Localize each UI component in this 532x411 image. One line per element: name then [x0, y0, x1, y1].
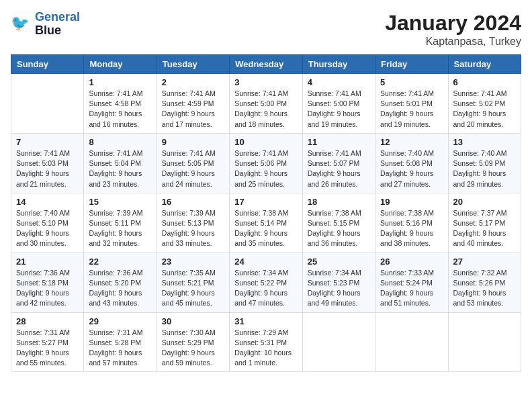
calendar-cell: 17Sunrise: 7:38 AM Sunset: 5:14 PM Dayli…: [230, 193, 302, 253]
page-title: January 2024: [385, 11, 521, 36]
day-info: Sunrise: 7:37 AM Sunset: 5:17 PM Dayligh…: [453, 208, 516, 249]
day-info: Sunrise: 7:38 AM Sunset: 5:16 PM Dayligh…: [380, 208, 443, 249]
day-info: Sunrise: 7:35 AM Sunset: 5:21 PM Dayligh…: [162, 268, 224, 309]
day-number: 5: [380, 77, 443, 87]
day-info: Sunrise: 7:39 AM Sunset: 5:13 PM Dayligh…: [162, 208, 224, 249]
day-info: Sunrise: 7:41 AM Sunset: 5:01 PM Dayligh…: [380, 89, 443, 130]
page-subtitle: Kaptanpasa, Turkey: [385, 36, 521, 48]
day-number: 18: [308, 197, 370, 207]
calendar-cell: 26Sunrise: 7:33 AM Sunset: 5:24 PM Dayli…: [375, 253, 448, 312]
calendar-cell: 5Sunrise: 7:41 AM Sunset: 5:01 PM Daylig…: [375, 74, 448, 134]
day-number: 27: [453, 257, 516, 267]
day-number: 31: [234, 316, 297, 326]
calendar-cell: 12Sunrise: 7:40 AM Sunset: 5:08 PM Dayli…: [375, 133, 448, 193]
day-number: 1: [89, 77, 151, 87]
day-number: 11: [308, 137, 370, 147]
day-number: 17: [234, 197, 297, 207]
day-info: Sunrise: 7:41 AM Sunset: 5:05 PM Dayligh…: [162, 148, 224, 189]
calendar-cell: 2Sunrise: 7:41 AM Sunset: 4:59 PM Daylig…: [157, 74, 229, 134]
calendar-cell: 25Sunrise: 7:34 AM Sunset: 5:23 PM Dayli…: [302, 253, 375, 312]
calendar-cell: 29Sunrise: 7:31 AM Sunset: 5:28 PM Dayli…: [84, 312, 157, 372]
calendar-cell: 31Sunrise: 7:29 AM Sunset: 5:31 PM Dayli…: [230, 312, 302, 372]
day-info: Sunrise: 7:41 AM Sunset: 5:02 PM Dayligh…: [453, 89, 516, 130]
calendar-week-row: 21Sunrise: 7:36 AM Sunset: 5:18 PM Dayli…: [11, 253, 521, 312]
day-info: Sunrise: 7:29 AM Sunset: 5:31 PM Dayligh…: [234, 328, 297, 369]
day-info: Sunrise: 7:41 AM Sunset: 5:07 PM Dayligh…: [308, 148, 370, 189]
calendar-cell: 3Sunrise: 7:41 AM Sunset: 5:00 PM Daylig…: [230, 74, 302, 134]
calendar-cell: 16Sunrise: 7:39 AM Sunset: 5:13 PM Dayli…: [157, 193, 229, 253]
calendar-day-header: Thursday: [302, 55, 375, 74]
day-number: 20: [453, 197, 516, 207]
logo-text: General Blue: [35, 11, 80, 38]
day-info: Sunrise: 7:30 AM Sunset: 5:29 PM Dayligh…: [162, 328, 224, 369]
calendar-cell: 8Sunrise: 7:41 AM Sunset: 5:04 PM Daylig…: [84, 133, 157, 193]
calendar-cell: 4Sunrise: 7:41 AM Sunset: 5:00 PM Daylig…: [302, 74, 375, 134]
day-number: 19: [380, 197, 443, 207]
title-block: January 2024 Kaptanpasa, Turkey: [385, 11, 521, 48]
logo: 🐦 General Blue: [11, 11, 80, 38]
calendar-cell: 7Sunrise: 7:41 AM Sunset: 5:03 PM Daylig…: [11, 133, 84, 193]
calendar-cell: 1Sunrise: 7:41 AM Sunset: 4:58 PM Daylig…: [84, 74, 157, 134]
calendar-header-row: SundayMondayTuesdayWednesdayThursdayFrid…: [11, 55, 521, 74]
day-number: 6: [453, 77, 516, 87]
day-number: 16: [162, 197, 224, 207]
day-info: Sunrise: 7:41 AM Sunset: 4:59 PM Dayligh…: [162, 89, 224, 130]
day-number: 26: [380, 257, 443, 267]
calendar-cell: [375, 312, 448, 372]
day-info: Sunrise: 7:41 AM Sunset: 5:00 PM Dayligh…: [234, 89, 297, 130]
day-number: 22: [89, 257, 151, 267]
calendar-week-row: 14Sunrise: 7:40 AM Sunset: 5:10 PM Dayli…: [11, 193, 521, 253]
day-info: Sunrise: 7:40 AM Sunset: 5:08 PM Dayligh…: [380, 148, 443, 189]
calendar-cell: 22Sunrise: 7:36 AM Sunset: 5:20 PM Dayli…: [84, 253, 157, 312]
calendar-cell: 14Sunrise: 7:40 AM Sunset: 5:10 PM Dayli…: [11, 193, 84, 253]
day-info: Sunrise: 7:41 AM Sunset: 5:06 PM Dayligh…: [234, 148, 297, 189]
calendar-day-header: Wednesday: [230, 55, 302, 74]
calendar-day-header: Friday: [375, 55, 448, 74]
calendar-cell: 30Sunrise: 7:30 AM Sunset: 5:29 PM Dayli…: [157, 312, 229, 372]
day-number: 12: [380, 137, 443, 147]
calendar-cell: 28Sunrise: 7:31 AM Sunset: 5:27 PM Dayli…: [11, 312, 84, 372]
day-info: Sunrise: 7:31 AM Sunset: 5:28 PM Dayligh…: [89, 328, 151, 369]
day-info: Sunrise: 7:34 AM Sunset: 5:23 PM Dayligh…: [308, 268, 370, 309]
day-info: Sunrise: 7:34 AM Sunset: 5:22 PM Dayligh…: [234, 268, 297, 309]
calendar-cell: 21Sunrise: 7:36 AM Sunset: 5:18 PM Dayli…: [11, 253, 84, 312]
calendar-cell: [448, 312, 521, 372]
calendar-cell: 18Sunrise: 7:38 AM Sunset: 5:15 PM Dayli…: [302, 193, 375, 253]
day-info: Sunrise: 7:36 AM Sunset: 5:20 PM Dayligh…: [89, 268, 151, 309]
day-number: 8: [89, 137, 151, 147]
calendar-cell: 13Sunrise: 7:40 AM Sunset: 5:09 PM Dayli…: [448, 133, 521, 193]
day-number: 21: [16, 257, 79, 267]
page-header: 🐦 General Blue January 2024 Kaptanpasa, …: [11, 11, 521, 48]
day-number: 13: [453, 137, 516, 147]
day-info: Sunrise: 7:40 AM Sunset: 5:10 PM Dayligh…: [16, 208, 79, 249]
day-info: Sunrise: 7:41 AM Sunset: 4:58 PM Dayligh…: [89, 89, 151, 130]
day-info: Sunrise: 7:36 AM Sunset: 5:18 PM Dayligh…: [16, 268, 79, 309]
calendar-cell: [302, 312, 375, 372]
day-number: 25: [308, 257, 370, 267]
day-info: Sunrise: 7:41 AM Sunset: 5:03 PM Dayligh…: [16, 148, 79, 189]
day-number: 10: [234, 137, 297, 147]
calendar-day-header: Monday: [84, 55, 157, 74]
calendar-cell: 9Sunrise: 7:41 AM Sunset: 5:05 PM Daylig…: [157, 133, 229, 193]
calendar-cell: 15Sunrise: 7:39 AM Sunset: 5:11 PM Dayli…: [84, 193, 157, 253]
calendar-cell: 10Sunrise: 7:41 AM Sunset: 5:06 PM Dayli…: [230, 133, 302, 193]
calendar-cell: 11Sunrise: 7:41 AM Sunset: 5:07 PM Dayli…: [302, 133, 375, 193]
calendar-day-header: Sunday: [11, 55, 84, 74]
day-info: Sunrise: 7:41 AM Sunset: 5:04 PM Dayligh…: [89, 148, 151, 189]
calendar-cell: 20Sunrise: 7:37 AM Sunset: 5:17 PM Dayli…: [448, 193, 521, 253]
day-number: 23: [162, 257, 224, 267]
calendar-week-row: 28Sunrise: 7:31 AM Sunset: 5:27 PM Dayli…: [11, 312, 521, 372]
day-number: 24: [234, 257, 297, 267]
day-info: Sunrise: 7:39 AM Sunset: 5:11 PM Dayligh…: [89, 208, 151, 249]
calendar-week-row: 7Sunrise: 7:41 AM Sunset: 5:03 PM Daylig…: [11, 133, 521, 193]
calendar-cell: 24Sunrise: 7:34 AM Sunset: 5:22 PM Dayli…: [230, 253, 302, 312]
day-number: 30: [162, 316, 224, 326]
calendar-cell: 23Sunrise: 7:35 AM Sunset: 5:21 PM Dayli…: [157, 253, 229, 312]
day-info: Sunrise: 7:33 AM Sunset: 5:24 PM Dayligh…: [380, 268, 443, 309]
day-number: 28: [16, 316, 79, 326]
day-number: 9: [162, 137, 224, 147]
calendar-week-row: 1Sunrise: 7:41 AM Sunset: 4:58 PM Daylig…: [11, 74, 521, 134]
day-info: Sunrise: 7:40 AM Sunset: 5:09 PM Dayligh…: [453, 148, 516, 189]
day-info: Sunrise: 7:38 AM Sunset: 5:14 PM Dayligh…: [234, 208, 297, 249]
day-info: Sunrise: 7:38 AM Sunset: 5:15 PM Dayligh…: [308, 208, 370, 249]
